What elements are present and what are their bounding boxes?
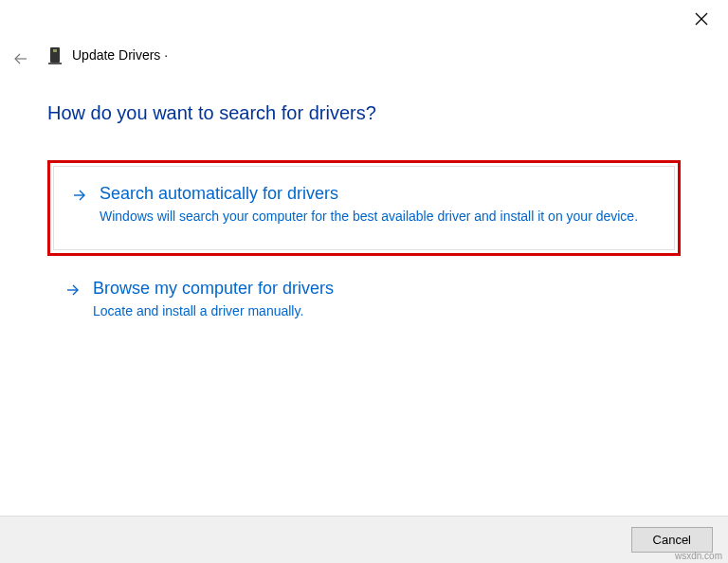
- close-button[interactable]: [692, 9, 711, 28]
- option-title: Browse my computer for drivers: [93, 279, 662, 299]
- option-search-automatically[interactable]: Search automatically for drivers Windows…: [53, 166, 675, 250]
- update-drivers-dialog: Update Drivers · How do you want to sear…: [0, 0, 728, 563]
- question-heading: How do you want to search for drivers?: [47, 102, 681, 124]
- arrow-right-icon: [73, 189, 86, 206]
- arrow-right-icon: [66, 283, 80, 300]
- dialog-title: Update Drivers ·: [72, 47, 168, 63]
- device-icon: [47, 45, 63, 66]
- option-description: Windows will search your computer for th…: [100, 208, 655, 227]
- option-text-block: Search automatically for drivers Windows…: [100, 184, 655, 227]
- close-icon: [695, 12, 708, 26]
- option-title: Search automatically for drivers: [100, 184, 655, 204]
- option-browse-computer[interactable]: Browse my computer for drivers Locate an…: [47, 273, 681, 333]
- dialog-footer: Cancel: [0, 516, 728, 563]
- back-arrow-icon: [13, 51, 28, 66]
- option-text-block: Browse my computer for drivers Locate an…: [93, 279, 662, 321]
- highlighted-option-box: Search automatically for drivers Windows…: [47, 160, 681, 256]
- svg-rect-4: [53, 49, 57, 52]
- option-description: Locate and install a driver manually.: [93, 302, 662, 321]
- svg-rect-5: [48, 63, 62, 64]
- cancel-button[interactable]: Cancel: [631, 527, 713, 553]
- back-button[interactable]: [11, 49, 30, 68]
- content-area: How do you want to search for drivers? S…: [47, 102, 681, 332]
- watermark-text: wsxdn.com: [675, 551, 722, 561]
